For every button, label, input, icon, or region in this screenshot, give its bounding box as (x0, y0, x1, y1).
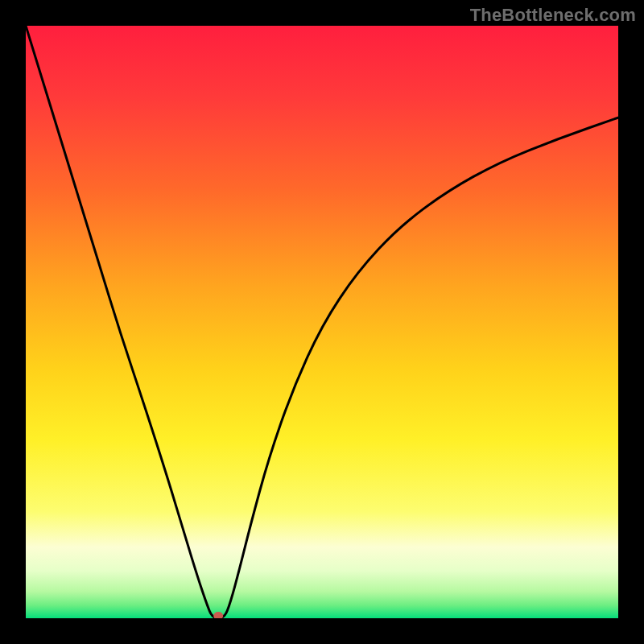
chart-frame: TheBottleneck.com (0, 0, 644, 644)
plot-area (26, 26, 618, 618)
bottleneck-chart (26, 26, 618, 618)
watermark-label: TheBottleneck.com (470, 5, 636, 26)
gradient-background (26, 26, 618, 618)
